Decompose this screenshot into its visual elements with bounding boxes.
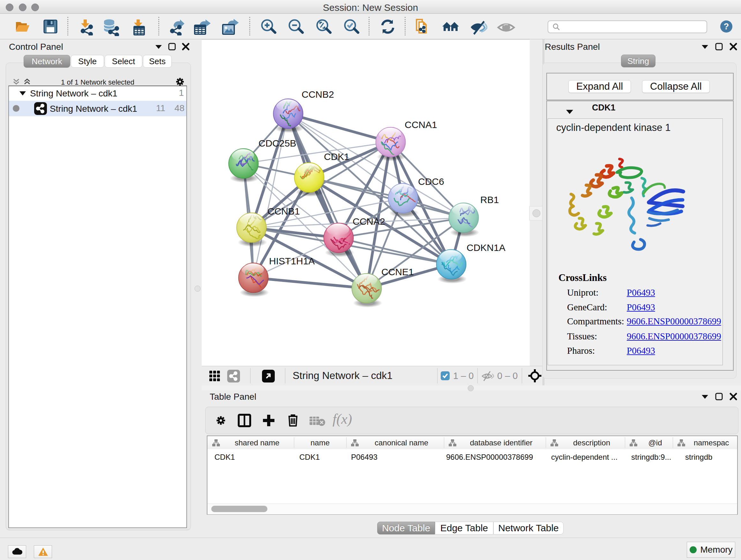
svg-text:CDK1: CDK1 xyxy=(324,151,349,162)
svg-text:CCNB1: CCNB1 xyxy=(267,206,300,216)
svg-text:CDC25B: CDC25B xyxy=(259,138,296,148)
svg-text:RB1: RB1 xyxy=(480,194,499,205)
svg-text:?: ? xyxy=(724,22,729,31)
svg-text:CCNA1: CCNA1 xyxy=(405,119,437,130)
svg-text:HIST1H1A: HIST1H1A xyxy=(269,256,315,266)
svg-text:CCNE1: CCNE1 xyxy=(381,266,414,277)
svg-text:CDKN1A: CDKN1A xyxy=(467,242,506,253)
svg-text:CCNA2: CCNA2 xyxy=(353,216,385,227)
svg-text:CDC6: CDC6 xyxy=(418,176,444,187)
svg-text:CCNB2: CCNB2 xyxy=(301,89,334,100)
